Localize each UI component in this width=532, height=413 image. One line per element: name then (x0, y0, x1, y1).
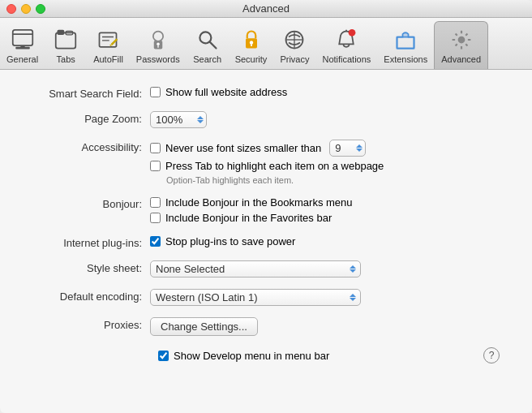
svg-line-32 (466, 44, 467, 45)
help-button[interactable]: ? (483, 347, 500, 364)
svg-line-33 (466, 34, 467, 36)
tab-extensions-label: Extensions (384, 54, 427, 64)
encoding-control: Western (ISO Latin 1) Unicode (UTF-8) (150, 289, 508, 306)
font-size-select[interactable]: 9 10 11 12 14 (329, 140, 366, 157)
change-settings-button[interactable]: Change Settings... (150, 317, 258, 336)
plugins-label: Internet plug-ins: (24, 235, 150, 249)
tab-general-label: General (6, 54, 38, 64)
preferences-content: Smart Search Field: Show full website ad… (0, 70, 532, 413)
privacy-icon (281, 27, 307, 53)
close-button[interactable] (6, 4, 16, 14)
maximize-button[interactable] (36, 4, 45, 14)
accessibility-control: Never use font sizes smaller than 9 10 1… (150, 140, 508, 185)
stylesheet-select[interactable]: None Selected (150, 260, 361, 277)
accessibility-tab-label: Press Tab to highlight each item on a we… (165, 160, 384, 172)
svg-point-11 (153, 32, 163, 41)
tab-advanced[interactable]: Advanced (434, 21, 488, 69)
tab-autofill-label: AutoFill (93, 54, 123, 64)
advanced-icon (448, 27, 474, 53)
autofill-icon (95, 27, 121, 53)
tab-general[interactable]: General (0, 21, 45, 69)
extensions-icon (393, 27, 418, 53)
page-zoom-select[interactable]: 75% 85% 90% 95% 100% 110% 125% 150% (150, 111, 207, 128)
tabs-icon (53, 27, 79, 53)
tab-passwords[interactable]: Passwords (130, 21, 187, 69)
tab-notifications[interactable]: Notifications (315, 21, 377, 69)
develop-label: Show Develop menu in menu bar (174, 350, 329, 362)
stylesheet-control: None Selected (150, 260, 508, 277)
bonjour-control: Include Bonjour in the Bookmarks menu In… (150, 196, 508, 224)
tab-autofill[interactable]: AutoFill (87, 21, 130, 69)
tab-extensions[interactable]: Extensions (377, 21, 434, 69)
plugins-row: Internet plug-ins: Stop plug-ins to save… (24, 235, 508, 249)
page-zoom-control: 75% 85% 90% 95% 100% 110% 125% 150% (150, 111, 508, 128)
tab-privacy[interactable]: Privacy (273, 21, 315, 69)
accessibility-label: Accessibility: (24, 140, 150, 153)
proxies-control: Change Settings... (150, 317, 508, 336)
page-zoom-label: Page Zoom: (24, 111, 150, 125)
develop-checkbox[interactable] (158, 351, 169, 361)
general-icon (10, 27, 36, 53)
bonjour-favorites-checkbox[interactable] (150, 213, 161, 223)
svg-line-34 (455, 44, 457, 45)
tab-advanced-label: Advanced (441, 54, 481, 64)
notifications-icon (333, 27, 359, 53)
search-icon (195, 27, 221, 53)
encoding-select[interactable]: Western (ISO Latin 1) Unicode (UTF-8) (150, 289, 361, 306)
stylesheet-row: Style sheet: None Selected (24, 260, 508, 277)
svg-rect-4 (56, 32, 76, 48)
accessibility-tab-checkbox[interactable] (150, 161, 161, 171)
encoding-select-wrapper: Western (ISO Latin 1) Unicode (UTF-8) (150, 289, 361, 306)
bonjour-bookmarks-checkbox[interactable] (150, 197, 161, 208)
page-zoom-row: Page Zoom: 75% 85% 90% 95% 100% 110% 125… (24, 111, 508, 128)
svg-rect-0 (12, 30, 32, 45)
svg-rect-3 (20, 45, 24, 48)
smart-search-row: Smart Search Field: Show full website ad… (24, 86, 508, 100)
tab-privacy-label: Privacy (280, 54, 309, 64)
bonjour-bookmarks-label: Include Bonjour in the Bookmarks menu (165, 196, 353, 209)
encoding-label: Default encoding: (24, 289, 150, 303)
proxies-row: Proxies: Change Settings... (24, 317, 508, 336)
smart-search-control: Show full website address (150, 86, 508, 98)
tab-search[interactable]: Search (187, 21, 229, 69)
minimize-button[interactable] (21, 4, 31, 14)
window-title: Advanced (242, 2, 290, 15)
tab-tabs-label: Tabs (57, 54, 75, 64)
tab-security[interactable]: Security (229, 21, 274, 69)
svg-point-24 (349, 29, 356, 37)
plugins-checkbox[interactable] (150, 236, 161, 247)
security-icon (238, 27, 264, 53)
svg-point-13 (157, 43, 160, 46)
svg-point-26 (457, 37, 465, 44)
tab-notifications-label: Notifications (322, 54, 371, 64)
tab-security-label: Security (235, 54, 268, 64)
tab-search-label: Search (193, 54, 221, 64)
bonjour-label: Bonjour: (24, 196, 150, 210)
stylesheet-label: Style sheet: (24, 260, 150, 274)
accessibility-font-checkbox[interactable] (150, 143, 161, 153)
accessibility-font-label: Never use font sizes smaller than (165, 142, 321, 154)
page-zoom-select-wrapper: 75% 85% 90% 95% 100% 110% 125% 150% (150, 111, 207, 128)
tab-passwords-label: Passwords (136, 54, 180, 64)
svg-line-16 (209, 42, 216, 49)
bonjour-favorites-label: Include Bonjour in the Favorites bar (165, 212, 332, 224)
titlebar: Advanced (0, 0, 532, 18)
traffic-lights[interactable] (6, 4, 45, 14)
smart-search-checkbox-label: Show full website address (165, 86, 287, 98)
plugins-checkbox-label: Stop plug-ins to save power (165, 235, 295, 247)
svg-rect-25 (397, 37, 414, 49)
svg-line-31 (455, 34, 457, 36)
plugins-control: Stop plug-ins to save power (150, 235, 508, 247)
passwords-icon (145, 27, 171, 53)
toolbar: General Tabs AutoFill (0, 18, 532, 70)
encoding-row: Default encoding: Western (ISO Latin 1) … (24, 289, 508, 306)
font-size-select-wrapper: 9 10 11 12 14 (329, 140, 366, 157)
accessibility-row: Accessibility: Never use font sizes smal… (24, 140, 508, 185)
proxies-label: Proxies: (24, 317, 150, 331)
svg-point-18 (249, 41, 252, 44)
smart-search-checkbox[interactable] (150, 87, 161, 97)
svg-line-10 (110, 45, 112, 46)
tab-tabs[interactable]: Tabs (45, 21, 87, 69)
bonjour-row: Bonjour: Include Bonjour in the Bookmark… (24, 196, 508, 224)
stylesheet-select-wrapper: None Selected (150, 260, 361, 277)
